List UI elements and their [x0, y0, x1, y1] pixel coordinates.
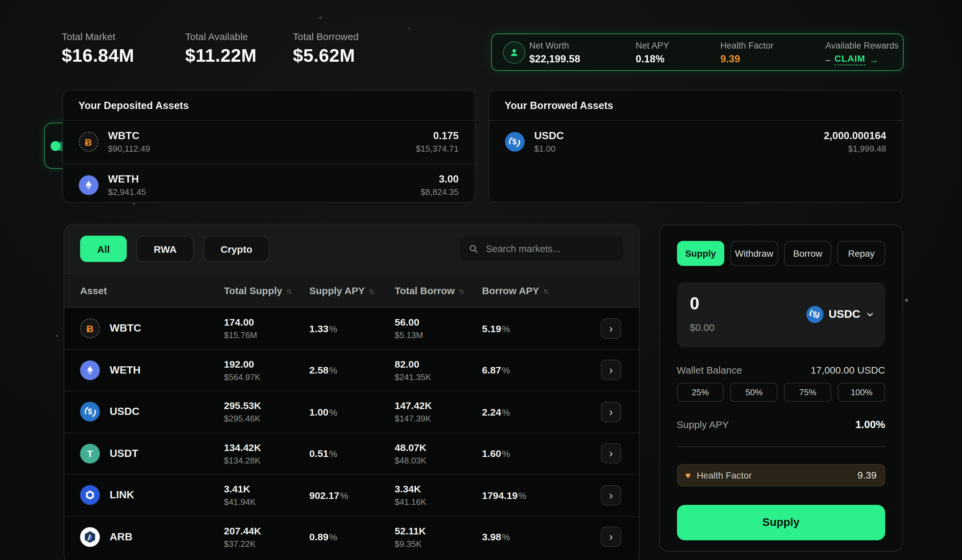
total-supply-value: 192.00	[224, 358, 309, 370]
rewards-amount: –	[825, 54, 831, 65]
asset-symbol: USDT	[110, 448, 138, 460]
health-factor-value: 9.39	[857, 470, 876, 481]
market-row[interactable]: T USDT 134.42K $134.28K 0.51% 48.07K $48…	[65, 432, 639, 474]
health-factor-group: Health Factor 9.39	[720, 41, 773, 65]
percent-50-button[interactable]: 50%	[731, 382, 778, 402]
asset-usd-value: $15,374.71	[416, 144, 459, 153]
sort-icon: ↑↓	[543, 287, 548, 294]
stat-label: Total Market	[62, 31, 185, 42]
total-supply-usd: $134.28K	[224, 456, 309, 465]
markets-filter-tabs: All RWA Crypto	[80, 236, 270, 262]
asset-amount: 3.00	[421, 173, 459, 185]
sort-icon: ↑↓	[459, 287, 463, 294]
market-row[interactable]: $ USDC 295.53K $295.46K 1.00% 147.42K $1…	[65, 391, 639, 432]
asset-row[interactable]: Ƀ WBTC $90,112.49 0.175 $15,374.71	[63, 121, 475, 163]
supply-apy-row: Supply APY 1.00%	[677, 418, 885, 430]
asset-row[interactable]: $ USDC $1.00 2,000.000164 $1,999.48	[489, 121, 902, 163]
supply-submit-button[interactable]: Supply	[677, 505, 885, 540]
link-icon	[80, 486, 100, 505]
claim-button[interactable]: CLAIM	[834, 53, 865, 66]
usdt-icon: T	[80, 444, 100, 463]
market-detail-button[interactable]: ›	[601, 318, 621, 339]
weth-icon	[80, 360, 100, 380]
health-factor-label: Health Factor	[697, 470, 752, 480]
asset-symbol: WETH	[110, 364, 140, 376]
asset-symbol: WBTC	[110, 323, 141, 334]
borrowed-assets-card: Your Borrowed Assets $ USDC $1.00 2,000.…	[488, 90, 902, 203]
net-worth-value: $22,199.58	[529, 53, 580, 65]
asset-row[interactable]: WETH $2,941.45 3.00 $8,824.35	[63, 163, 475, 203]
column-header-total-borrow[interactable]: Total Borrow↑↓	[395, 285, 482, 296]
tab-repay[interactable]: Repay	[838, 240, 885, 266]
supply-apy-value: 1.00%	[855, 418, 885, 430]
tab-supply[interactable]: Supply	[677, 240, 724, 266]
total-borrow-value: 52.11K	[395, 525, 482, 536]
search-input[interactable]	[484, 243, 615, 255]
market-detail-button[interactable]: ›	[601, 444, 621, 464]
market-row[interactable]: WETH 192.00 $564.97K 2.58% 82.00 $241.35…	[65, 349, 639, 391]
column-header-total-supply[interactable]: Total Supply↑↓	[224, 285, 309, 296]
percent-75-button[interactable]: 75%	[784, 382, 832, 402]
market-detail-button[interactable]: ›	[601, 485, 621, 505]
rewards-group: Available Rewards – CLAIM →	[825, 41, 899, 66]
chevron-down-icon	[865, 310, 875, 319]
wbtc-icon: Ƀ	[80, 319, 100, 339]
column-header-borrow-apy[interactable]: Borrow APY↑↓	[482, 285, 601, 296]
percent-100-button[interactable]: 100%	[838, 382, 885, 402]
action-panel: Supply Withdraw Borrow Repay 0 $0.00 $ U…	[659, 224, 903, 551]
markets-panel: All RWA Crypto Asset Total Supply↑↓ Supp…	[64, 224, 639, 560]
stat-label: Total Available	[185, 31, 293, 42]
sort-icon: ↑↓	[369, 287, 373, 294]
sort-icon: ↑↓	[286, 287, 291, 294]
asset-symbol: ARB	[110, 531, 132, 543]
search-icon	[468, 244, 479, 254]
supply-apy-value: 0.89	[309, 531, 328, 542]
percent-25-button[interactable]: 25%	[677, 382, 724, 402]
stat-total-borrowed: Total Borrowed $5.62M	[293, 31, 358, 66]
asset-amount: 0.175	[416, 130, 459, 142]
search-box[interactable]	[460, 237, 623, 261]
token-selector[interactable]: $ USDC	[806, 306, 875, 323]
total-borrow-usd: $48.03K	[395, 456, 482, 465]
total-supply-usd: $564.97K	[224, 372, 309, 382]
tab-withdraw[interactable]: Withdraw	[730, 240, 778, 266]
rewards-label: Available Rewards	[825, 41, 899, 50]
stat-label: Total Borrowed	[293, 31, 358, 42]
market-detail-button[interactable]: ›	[601, 402, 621, 422]
borrow-apy-value: 3.98	[482, 531, 501, 542]
markets-table-body: Ƀ WBTC 174.00 $15.76M 1.33% 56.00 $5.13M…	[65, 307, 639, 557]
supply-apy-value: 902.17	[309, 490, 339, 501]
bg-dot	[56, 335, 58, 337]
stat-total-market: Total Market $16.84M	[62, 31, 185, 66]
total-supply-usd: $295.46K	[224, 414, 309, 424]
wallet-balance-value: 17,000.00 USDC	[811, 364, 885, 375]
borrow-apy-value: 2.24	[482, 407, 501, 418]
market-row[interactable]: LINK 3.41K $41.94K 902.17% 3.34K $41.16K…	[65, 474, 639, 516]
weth-icon	[79, 175, 98, 195]
market-detail-button[interactable]: ›	[601, 527, 621, 547]
table-header: Asset Total Supply↑↓ Supply APY↑↓ Total …	[65, 273, 639, 307]
usdc-icon: $	[80, 402, 100, 422]
health-factor-card: ♥ Health Factor 9.39	[677, 464, 885, 486]
total-supply-usd: $37.22K	[224, 539, 309, 549]
total-supply-usd: $15.76M	[224, 331, 309, 341]
net-worth-label: Net Worth	[529, 41, 580, 50]
asset-symbol: WETH	[108, 173, 146, 185]
tab-borrow[interactable]: Borrow	[784, 240, 832, 266]
borrowed-assets-list: $ USDC $1.00 2,000.000164 $1,999.48	[489, 121, 902, 163]
page: Total Market $16.84M Total Available $11…	[0, 0, 962, 560]
column-header-supply-apy[interactable]: Supply APY↑↓	[309, 285, 395, 296]
borrow-apy-value: 1.60	[482, 448, 501, 459]
divider	[677, 446, 885, 447]
tab-all[interactable]: All	[80, 236, 127, 262]
market-detail-button[interactable]: ›	[601, 360, 621, 381]
market-row[interactable]: Ƀ WBTC 174.00 $15.76M 1.33% 56.00 $5.13M…	[65, 307, 639, 349]
total-supply-value: 174.00	[224, 317, 309, 328]
total-borrow-value: 48.07K	[395, 442, 482, 453]
total-borrow-value: 82.00	[395, 358, 482, 370]
deposited-assets-card: Your Deposited Assets Ƀ WBTC $90,112.49 …	[62, 90, 475, 203]
market-row[interactable]: ARB 207.44K $37.22K 0.89% 52.11K $9.35K …	[65, 516, 639, 557]
tab-crypto[interactable]: Crypto	[203, 236, 270, 262]
arrow-right-icon: →	[869, 54, 878, 65]
tab-rwa[interactable]: RWA	[137, 236, 194, 262]
